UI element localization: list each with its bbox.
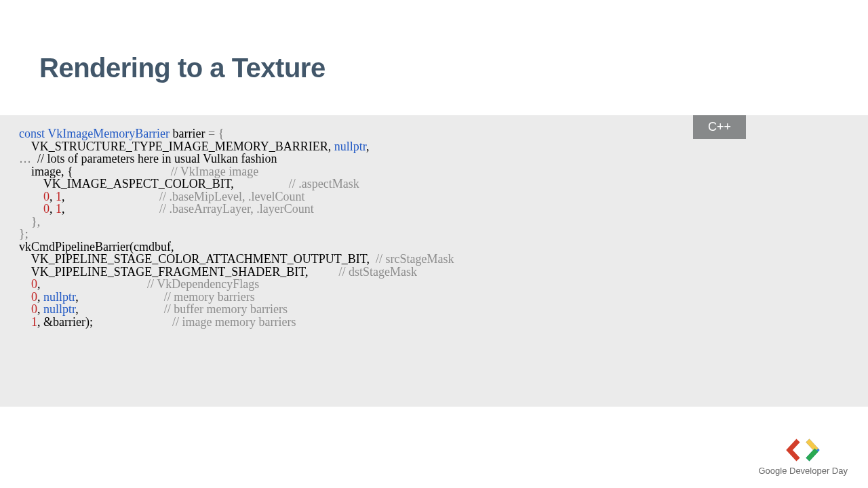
code-token: , xyxy=(62,190,159,203)
code-token: nullptr xyxy=(334,140,366,153)
code-token: VK_STRUCTURE_TYPE_IMAGE_MEMORY_BARRIER, xyxy=(19,140,334,153)
footer-brand-devday: Developer Day xyxy=(787,466,848,476)
code-token: , xyxy=(50,202,56,216)
code-token: // .baseMipLevel, .levelCount xyxy=(159,190,304,203)
slide-title: Rendering to a Texture xyxy=(39,53,326,83)
code-token: // dstStageMask xyxy=(338,265,417,279)
code-token: VK_PIPELINE_STAGE_FRAGMENT_SHADER_BIT, xyxy=(19,265,338,279)
code-token xyxy=(19,290,31,304)
code-token: , xyxy=(37,302,43,316)
slide: Rendering to a Texture C++ const VkImage… xyxy=(0,0,868,488)
chevrons-icon xyxy=(758,439,848,462)
code-token: // .baseArrayLayer, .layerCount xyxy=(159,202,314,216)
code-token: nullptr xyxy=(43,290,75,304)
code-token: ); xyxy=(85,315,172,329)
chevron-right-icon xyxy=(805,439,820,462)
code-token: }; xyxy=(19,227,28,241)
code-token: 0 xyxy=(31,290,37,304)
code-token: // lots of parameters here in usual Vulk… xyxy=(37,152,277,165)
code-block: C++ const VkImageMemoryBarrier barrier =… xyxy=(0,115,868,407)
code-token: 1 xyxy=(31,315,37,329)
code-token xyxy=(19,277,31,291)
code-token: , xyxy=(50,190,56,203)
language-badge: C++ xyxy=(693,115,746,139)
code-token: 0 xyxy=(43,202,50,216)
code-token xyxy=(19,190,43,203)
code-content: const VkImageMemoryBarrier barrier = { V… xyxy=(19,127,849,328)
code-token: 0 xyxy=(31,277,37,291)
footer-brand-text: Google Developer Day xyxy=(758,466,848,476)
code-token: // buffer memory barriers xyxy=(164,302,288,316)
code-token: , xyxy=(62,202,159,216)
code-token: 1 xyxy=(56,202,62,216)
code-token: , & xyxy=(37,315,53,329)
code-token xyxy=(19,315,31,329)
code-token: VK_PIPELINE_STAGE_COLOR_ATTACHMENT_OUTPU… xyxy=(19,252,376,266)
code-token: 0 xyxy=(43,190,50,203)
code-token: , xyxy=(37,290,43,304)
code-token: // VkImage image xyxy=(171,165,259,178)
code-token: barrier xyxy=(53,315,85,329)
code-token: image, { xyxy=(19,165,171,178)
code-token: , xyxy=(75,302,164,316)
code-token: const xyxy=(19,127,47,140)
code-token: , xyxy=(366,140,370,153)
code-token xyxy=(19,202,43,216)
code-token: // image memory barriers xyxy=(172,315,296,329)
code-token: 1 xyxy=(56,190,62,203)
code-token: 0 xyxy=(31,302,37,316)
code-token: }, xyxy=(19,215,40,228)
code-token xyxy=(19,302,31,316)
code-token: // VkDependencyFlags xyxy=(147,277,259,291)
footer-logo: Google Developer Day xyxy=(758,439,848,476)
code-token: = { xyxy=(205,127,224,140)
chevron-left-icon xyxy=(786,439,801,462)
footer-brand-google: Google xyxy=(758,466,787,476)
code-token: … xyxy=(19,152,37,165)
code-token: , xyxy=(37,277,147,291)
code-token: , xyxy=(75,290,164,304)
code-token: barrier xyxy=(170,127,205,140)
code-token: // .aspectMask xyxy=(289,177,359,190)
code-token: vkCmdPipelineBarrier(cmdbuf, xyxy=(19,240,174,253)
code-token: // memory barriers xyxy=(164,290,255,304)
code-token: // srcStageMask xyxy=(376,252,454,266)
code-token: VK_IMAGE_ASPECT_COLOR_BIT, xyxy=(19,177,289,190)
code-token: VkImageMemoryBarrier xyxy=(47,127,170,140)
code-token: nullptr xyxy=(43,302,75,316)
